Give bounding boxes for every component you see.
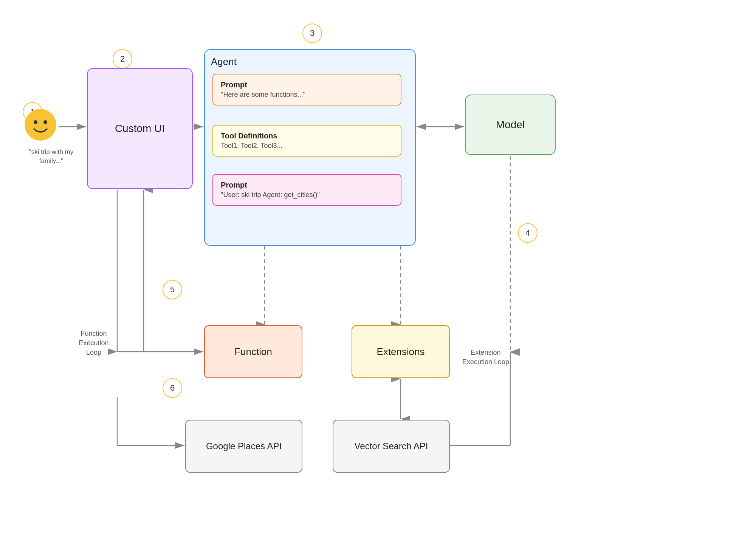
step-badge-5: 5	[163, 280, 182, 299]
extensions-box: Extensions	[352, 325, 450, 378]
step-badge-6: 6	[163, 378, 182, 398]
custom-ui-box: Custom UI	[87, 68, 193, 189]
agent-title: Agent	[211, 56, 237, 68]
step-badge-3: 3	[302, 23, 322, 43]
tool-defs-title: Tool Definitions	[221, 132, 393, 140]
google-places-api-box: Google Places API	[185, 420, 302, 473]
step-badge-4: 4	[518, 223, 538, 243]
extension-execution-label: Extension Execution Loop	[461, 348, 510, 367]
prompt1-body: "Here are some functions..."	[221, 91, 393, 99]
tool-definitions-card: Tool Definitions Tool1, Tool2, Tool3...	[212, 125, 401, 157]
prompt-card-2: Prompt "User: ski trip Agent: get_cities…	[212, 174, 401, 206]
prompt2-title: Prompt	[221, 181, 393, 189]
svg-point-21	[34, 120, 37, 124]
user-label: "ski trip with my family..."	[22, 147, 81, 166]
model-box: Model	[465, 95, 556, 155]
diagram-container: 1 "ski trip with my family..." 2 Custom …	[0, 0, 756, 540]
prompt2-body: "User: ski trip Agent: get_cities()"	[221, 191, 393, 199]
prompt-card-1: Prompt "Here are some functions..."	[212, 74, 401, 106]
prompt1-title: Prompt	[221, 81, 393, 89]
svg-point-20	[25, 109, 56, 141]
function-box: Function	[204, 325, 302, 378]
svg-point-22	[43, 120, 47, 124]
user-avatar	[23, 108, 57, 142]
function-execution-label: Function Execution Loop	[71, 329, 116, 358]
tool-defs-body: Tool1, Tool2, Tool3...	[221, 142, 393, 150]
vector-search-api-box: Vector Search API	[333, 420, 450, 473]
step-badge-2: 2	[113, 49, 132, 69]
